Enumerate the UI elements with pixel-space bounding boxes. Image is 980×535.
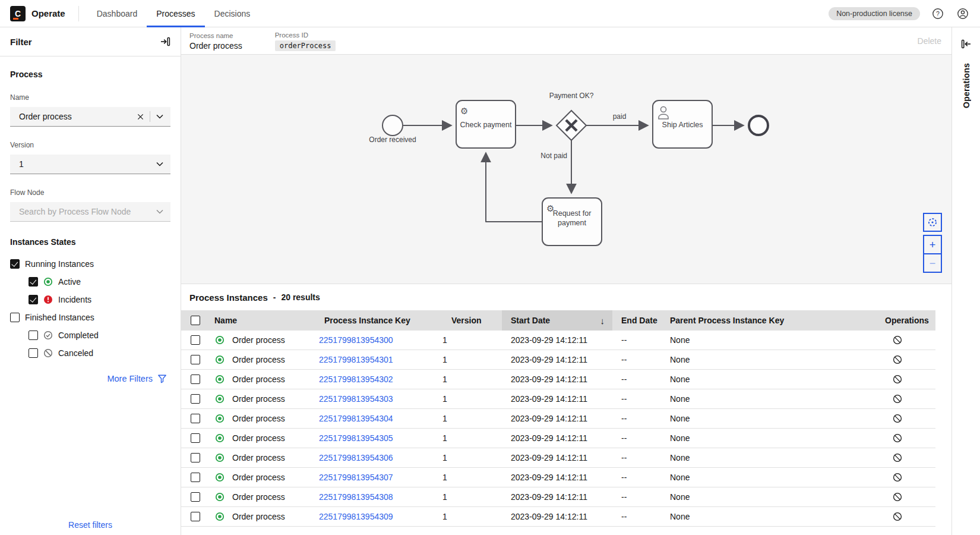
zoom-in-button[interactable]: + (923, 235, 942, 254)
instance-key-link[interactable]: 2251799813954300 (319, 335, 393, 345)
filter-state-active[interactable]: Active (10, 273, 170, 291)
filter-state-running-instances[interactable]: Running Instances (10, 255, 170, 273)
flow-not-paid-label: Not paid (540, 152, 567, 160)
start-event-label: Order received (369, 136, 416, 144)
column-header-version[interactable]: Version (442, 310, 502, 331)
expand-panel-icon[interactable] (961, 39, 972, 49)
reset-zoom-button[interactable] (923, 213, 942, 232)
instance-start-date: 2023-09-29 14:12:11 (502, 374, 612, 384)
column-header-parent-process-instance-key[interactable]: Parent Process Instance Key (661, 310, 876, 331)
user-icon[interactable] (956, 7, 970, 21)
instance-version: 1 (442, 335, 502, 345)
start-event[interactable] (382, 115, 403, 136)
chevron-down-icon[interactable] (156, 162, 163, 166)
filter-funnel-icon[interactable] (157, 374, 167, 383)
checkbox[interactable] (10, 259, 20, 269)
filter-state-finished-instances[interactable]: Finished Instances (10, 309, 170, 326)
cancel-instance-icon[interactable] (893, 492, 902, 502)
instance-key-link[interactable]: 2251799813954304 (319, 414, 393, 423)
end-event[interactable] (749, 116, 768, 135)
reset-filters-link[interactable]: Reset filters (68, 520, 112, 530)
instance-key-link[interactable]: 2251799813954307 (319, 473, 393, 482)
chevron-down-icon[interactable] (156, 114, 163, 119)
version-select[interactable]: 1 (10, 155, 170, 174)
sort-desc-arrow-icon[interactable]: ↓ (600, 316, 605, 326)
select-all-checkbox[interactable] (191, 316, 200, 325)
tab-processes[interactable]: Processes (147, 0, 204, 27)
column-header-process-instance-key[interactable]: Process Instance Key (315, 310, 442, 331)
more-filters-link[interactable]: More Filters (107, 374, 153, 383)
column-header-start-date[interactable]: Start Date↓ (502, 310, 612, 331)
instances-title: Process Instances (189, 292, 268, 303)
checkbox[interactable] (10, 313, 20, 322)
instance-key-link[interactable]: 2251799813954305 (319, 433, 393, 443)
instance-name: Order process (232, 414, 285, 423)
nav-tabs: DashboardProcessesDecisions (87, 0, 260, 27)
process-name-combobox[interactable]: Order process (10, 107, 170, 127)
zoom-out-button[interactable]: − (923, 254, 942, 273)
flow-node-select[interactable]: Search by Process Flow Node (10, 202, 170, 222)
instance-parent-key: None (661, 374, 876, 384)
filter-panel: Filter Process Name Order process Versio… (0, 27, 181, 535)
instance-name: Order process (232, 355, 285, 364)
instance-name: Order process (232, 453, 285, 462)
completed-icon (43, 331, 53, 340)
checkbox[interactable] (29, 348, 38, 358)
cancel-instance-icon[interactable] (893, 473, 902, 482)
clear-icon[interactable] (137, 114, 144, 120)
help-icon[interactable]: ? (931, 7, 945, 21)
cancel-instance-icon[interactable] (893, 453, 902, 462)
service-task-gear-icon: ⚙ (460, 106, 468, 117)
instance-key-link[interactable]: 2251799813954309 (319, 512, 393, 521)
instance-version: 1 (442, 453, 502, 462)
filter-state-completed[interactable]: Completed (10, 326, 170, 344)
row-checkbox[interactable] (191, 453, 200, 462)
row-checkbox[interactable] (191, 374, 200, 384)
tab-dashboard[interactable]: Dashboard (87, 0, 147, 27)
instance-name: Order process (232, 492, 285, 502)
cancel-instance-icon[interactable] (893, 355, 902, 364)
row-checkbox[interactable] (191, 355, 200, 364)
cancel-instance-icon[interactable] (893, 512, 902, 521)
checkbox[interactable] (29, 277, 38, 287)
instance-parent-key: None (661, 453, 876, 462)
active-state-icon (215, 473, 225, 482)
tab-decisions[interactable]: Decisions (205, 0, 260, 27)
row-checkbox[interactable] (191, 414, 200, 423)
instances-states-list: Running InstancesActiveIncidentsFinished… (10, 255, 170, 362)
row-checkbox[interactable] (191, 433, 200, 443)
state-label: Finished Instances (25, 313, 94, 322)
delete-button[interactable]: Delete (918, 36, 941, 46)
checkbox[interactable] (29, 295, 38, 304)
cancel-instance-icon[interactable] (893, 394, 902, 404)
instance-version: 1 (442, 355, 502, 364)
row-checkbox[interactable] (191, 335, 200, 345)
row-checkbox[interactable] (191, 394, 200, 404)
bpmn-diagram[interactable]: Order received ⚙ Check payment Payment O… (181, 55, 951, 284)
column-header-operations[interactable]: Operations (876, 310, 935, 331)
row-checkbox[interactable] (191, 492, 200, 502)
cancel-instance-icon[interactable] (893, 414, 902, 423)
instance-end-date: -- (612, 453, 661, 462)
row-checkbox[interactable] (191, 473, 200, 482)
state-label: Incidents (58, 295, 91, 304)
row-checkbox[interactable] (191, 512, 200, 521)
collapse-panel-icon[interactable] (160, 37, 170, 46)
instance-key-link[interactable]: 2251799813954302 (319, 374, 393, 384)
filter-state-incidents[interactable]: Incidents (10, 291, 170, 309)
instance-row: Order process225179981395430612023-09-29… (181, 448, 935, 468)
cancel-instance-icon[interactable] (893, 335, 902, 345)
column-header-end-date[interactable]: End Date (612, 310, 661, 331)
instance-end-date: -- (612, 414, 661, 423)
instance-key-link[interactable]: 2251799813954308 (319, 492, 393, 502)
cancel-instance-icon[interactable] (893, 433, 902, 443)
checkbox[interactable] (29, 331, 38, 340)
instance-end-date: -- (612, 335, 661, 345)
filter-state-canceled[interactable]: Canceled (10, 344, 170, 362)
instance-key-link[interactable]: 2251799813954306 (319, 453, 393, 462)
column-header-name[interactable]: Name (211, 310, 315, 331)
instance-key-link[interactable]: 2251799813954303 (319, 394, 393, 404)
instance-start-date: 2023-09-29 14:12:11 (502, 414, 612, 423)
cancel-instance-icon[interactable] (893, 374, 902, 384)
instance-key-link[interactable]: 2251799813954301 (319, 355, 393, 364)
